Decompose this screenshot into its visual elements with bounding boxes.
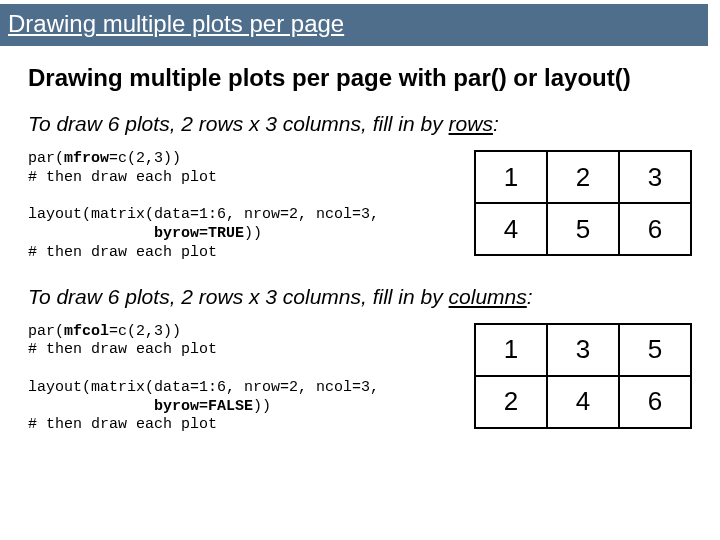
code-bold: mfrow <box>64 150 109 167</box>
code-block-rows: par(mfrow=c(2,3)) # then draw each plot … <box>28 150 456 263</box>
instr-underline: rows <box>449 112 493 135</box>
row-section-1: par(mfrow=c(2,3)) # then draw each plot … <box>28 150 692 263</box>
grid-cell: 5 <box>619 324 691 376</box>
table-row: 4 5 6 <box>475 203 691 255</box>
grid-cell: 3 <box>619 151 691 203</box>
code-bold: byrow=FALSE <box>154 398 253 415</box>
grid-cell: 4 <box>547 376 619 428</box>
grid-cell: 6 <box>619 376 691 428</box>
grid-cell: 6 <box>619 203 691 255</box>
code-bold: byrow=TRUE <box>154 225 244 242</box>
grid-cell: 1 <box>475 324 547 376</box>
grid-cell: 5 <box>547 203 619 255</box>
grid-byrow: 1 2 3 4 5 6 <box>474 150 692 256</box>
grid-cell: 3 <box>547 324 619 376</box>
grid-cell: 2 <box>547 151 619 203</box>
main-heading: Drawing multiple plots per page with par… <box>28 64 692 92</box>
row-section-2: par(mfcol=c(2,3)) # then draw each plot … <box>28 323 692 436</box>
table-row: 1 2 3 <box>475 151 691 203</box>
slide-title: Drawing multiple plots per page <box>0 4 708 46</box>
instr-colon: : <box>527 285 533 308</box>
instr-text: To draw 6 plots, 2 rows x 3 columns, fil… <box>28 285 449 308</box>
code-block-cols: par(mfcol=c(2,3)) # then draw each plot … <box>28 323 456 436</box>
code-text: par( <box>28 150 64 167</box>
instruction-cols: To draw 6 plots, 2 rows x 3 columns, fil… <box>28 285 692 309</box>
grid-cell: 2 <box>475 376 547 428</box>
grid-cell: 1 <box>475 151 547 203</box>
grid-cell: 4 <box>475 203 547 255</box>
instruction-rows: To draw 6 plots, 2 rows x 3 columns, fil… <box>28 112 692 136</box>
instr-underline: columns <box>449 285 527 308</box>
code-bold: mfcol <box>64 323 109 340</box>
slide-content: Drawing multiple plots per page with par… <box>0 46 720 435</box>
instr-colon: : <box>493 112 499 135</box>
grid-bycol: 1 3 5 2 4 6 <box>474 323 692 429</box>
instr-text: To draw 6 plots, 2 rows x 3 columns, fil… <box>28 112 449 135</box>
code-text: par( <box>28 323 64 340</box>
table-row: 2 4 6 <box>475 376 691 428</box>
table-row: 1 3 5 <box>475 324 691 376</box>
